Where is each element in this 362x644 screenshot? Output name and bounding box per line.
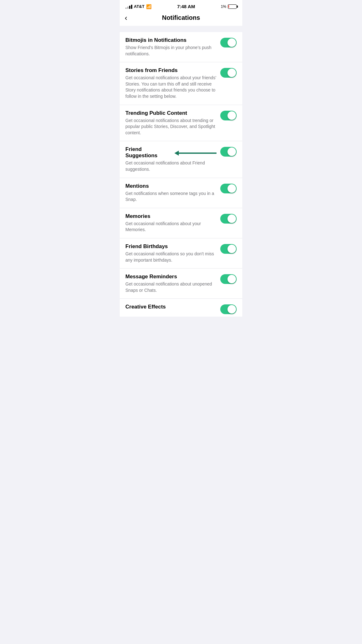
setting-item-trending: Trending Public Content Get occasional n…	[120, 105, 242, 142]
setting-desc-mentions: Get notifications when someone tags you …	[125, 191, 217, 203]
toggle-knob-bitmojis	[228, 38, 236, 47]
arrow-annotation	[174, 151, 217, 156]
toggle-knob-trending	[228, 111, 236, 120]
setting-item-friend-suggestions: Friend Suggestions Get occasional notifi…	[120, 141, 242, 178]
setting-item-stories: Stories from Friends Get occasional noti…	[120, 62, 242, 105]
toggle-knob-friend-birthdays	[228, 245, 236, 253]
setting-desc-stories: Get occasional notifications about your …	[125, 75, 217, 99]
setting-text-bitmojis: Bitmojis in Notifications Show Friend's …	[125, 37, 217, 57]
signal-bars	[125, 4, 132, 9]
setting-item-friend-birthdays: Friend Birthdays Get occasional notifica…	[120, 238, 242, 269]
setting-title-friend-birthdays: Friend Birthdays	[125, 243, 217, 250]
nav-header: ‹ Notifications	[120, 11, 242, 26]
toggle-creative-effects[interactable]	[220, 304, 237, 314]
setting-desc-trending: Get occasional notifications about trend…	[125, 118, 217, 136]
toggle-wrapper-creative-effects[interactable]	[220, 304, 237, 314]
settings-list: Bitmojis in Notifications Show Friend's …	[120, 32, 242, 317]
toggle-wrapper-trending[interactable]	[220, 111, 237, 120]
toggle-wrapper-memories[interactable]	[220, 214, 237, 224]
toggle-knob-mentions	[228, 184, 236, 193]
toggle-wrapper-friend-suggestions[interactable]	[220, 147, 237, 157]
toggle-mentions[interactable]	[220, 184, 237, 193]
setting-title-creative-effects: Creative Effects	[125, 304, 217, 310]
setting-item-message-reminders: Message Reminders Get occasional notific…	[120, 269, 242, 299]
status-bar: AT&T 📶 7:48 AM 1%	[120, 0, 242, 11]
section-gap	[120, 26, 242, 32]
toggle-wrapper-mentions[interactable]	[220, 184, 237, 193]
setting-title-memories: Memories	[125, 213, 217, 219]
back-button[interactable]: ‹	[125, 14, 127, 22]
toggle-knob-creative-effects	[228, 305, 236, 314]
setting-desc-message-reminders: Get occasional notifications about unope…	[125, 281, 217, 293]
toggle-wrapper-friend-birthdays[interactable]	[220, 244, 237, 254]
setting-title-stories: Stories from Friends	[125, 67, 217, 74]
setting-text-mentions: Mentions Get notifications when someone …	[125, 183, 217, 203]
toggle-knob-stories	[228, 69, 236, 77]
toggle-message-reminders[interactable]	[220, 274, 237, 284]
toggle-memories[interactable]	[220, 214, 237, 224]
battery-icon	[228, 4, 237, 9]
setting-title-friend-suggestions: Friend Suggestions	[125, 146, 171, 159]
arrow-line	[179, 153, 217, 154]
wifi-icon: 📶	[146, 4, 151, 9]
time-label: 7:48 AM	[177, 4, 195, 9]
battery-percent: 1%	[221, 4, 226, 9]
setting-desc-friend-birthdays: Get occasional notifications so you don'…	[125, 251, 217, 263]
toggle-friend-suggestions[interactable]	[220, 147, 237, 157]
arrow-head-icon	[174, 151, 179, 156]
setting-title-trending: Trending Public Content	[125, 110, 217, 116]
toggle-knob-friend-suggestions	[228, 147, 236, 156]
setting-item-bitmojis: Bitmojis in Notifications Show Friend's …	[120, 32, 242, 62]
setting-desc-memories: Get occasional notifications about your …	[125, 221, 217, 233]
setting-title-mentions: Mentions	[125, 183, 217, 189]
setting-title-bitmojis: Bitmojis in Notifications	[125, 37, 217, 43]
setting-text-memories: Memories Get occasional notifications ab…	[125, 213, 217, 233]
toggle-knob-memories	[228, 214, 236, 223]
setting-desc-friend-suggestions: Get occasional notifications about Frien…	[125, 160, 217, 172]
toggle-bitmojis[interactable]	[220, 38, 237, 47]
toggle-wrapper-stories[interactable]	[220, 68, 237, 78]
setting-item-creative-effects: Creative Effects	[120, 299, 242, 317]
setting-desc-bitmojis: Show Friend's Bitmojis in your phone's p…	[125, 45, 217, 57]
setting-item-memories: Memories Get occasional notifications ab…	[120, 208, 242, 238]
carrier-label: AT&T	[134, 4, 145, 9]
setting-item-mentions: Mentions Get notifications when someone …	[120, 178, 242, 208]
setting-text-stories: Stories from Friends Get occasional noti…	[125, 67, 217, 99]
setting-title-message-reminders: Message Reminders	[125, 274, 217, 280]
toggle-wrapper-bitmojis[interactable]	[220, 38, 237, 47]
toggle-friend-birthdays[interactable]	[220, 244, 237, 254]
status-right: 1%	[221, 4, 237, 9]
setting-text-friend-suggestions: Friend Suggestions Get occasional notifi…	[125, 146, 217, 172]
toggle-stories[interactable]	[220, 68, 237, 78]
setting-text-message-reminders: Message Reminders Get occasional notific…	[125, 274, 217, 293]
setting-text-trending: Trending Public Content Get occasional n…	[125, 110, 217, 136]
setting-title-row-friend-suggestions: Friend Suggestions	[125, 146, 217, 160]
status-left: AT&T 📶	[125, 4, 151, 9]
page-title: Notifications	[162, 14, 200, 21]
toggle-wrapper-message-reminders[interactable]	[220, 274, 237, 284]
toggle-trending[interactable]	[220, 111, 237, 120]
setting-text-creative-effects: Creative Effects	[125, 304, 217, 311]
setting-text-friend-birthdays: Friend Birthdays Get occasional notifica…	[125, 243, 217, 263]
toggle-knob-message-reminders	[228, 275, 236, 283]
